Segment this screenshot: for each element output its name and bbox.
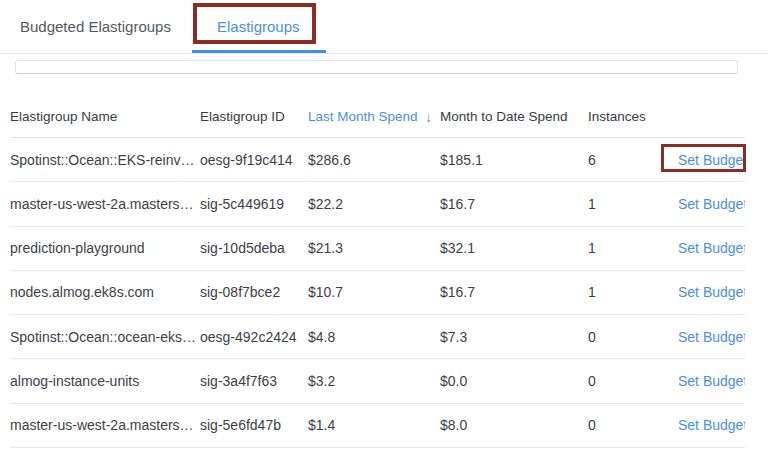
cell-month-to-date-spend: $185.1 (440, 152, 588, 168)
column-header-elastigroup-id[interactable]: Elastigroup ID (200, 109, 308, 124)
cell-last-month-spend: $4.8 (308, 329, 440, 345)
table-row: master-us-west-2a.masters… sig-5c449619 … (10, 182, 745, 226)
table-body: Spotinst::Ocean::EKS-reinv… oesg-9f19c41… (10, 138, 745, 448)
set-budget-link[interactable]: Set Budget (678, 152, 745, 168)
cell-elastigroup-name: almog-instance-units (10, 373, 200, 389)
table-row: Spotinst::Ocean::EKS-reinv… oesg-9f19c41… (10, 138, 745, 182)
cell-instances: 1 (588, 284, 678, 300)
cell-elastigroup-id: sig-10d5deba (200, 240, 308, 256)
tab-budgeted-elastigroups[interactable]: Budgeted Elastigroups (20, 0, 171, 54)
cell-instances: 0 (588, 329, 678, 345)
table-row: nodes.almog.ek8s.com sig-08f7bce2 $10.7 … (10, 271, 745, 315)
cell-month-to-date-spend: $7.3 (440, 329, 588, 345)
tab-elastigroups[interactable]: Elastigroups (217, 0, 300, 54)
active-tab-underline (192, 50, 326, 53)
cell-instances: 1 (588, 240, 678, 256)
column-header-last-month-spend[interactable]: Last Month Spend ↓ (308, 109, 440, 125)
cell-elastigroup-id: sig-08f7bce2 (200, 284, 308, 300)
elastigroups-budget-page: Budgeted Elastigroups Elastigroups Elast… (0, 0, 768, 457)
elastigroups-table: Elastigroup Name Elastigroup ID Last Mon… (10, 96, 745, 448)
cell-instances: 1 (588, 196, 678, 212)
cell-last-month-spend: $10.7 (308, 284, 440, 300)
table-row: master-us-west-2a.masters… sig-5e6fd47b … (10, 404, 745, 448)
cell-month-to-date-spend: $16.7 (440, 284, 588, 300)
cell-month-to-date-spend: $8.0 (440, 417, 588, 433)
cell-last-month-spend: $3.2 (308, 373, 440, 389)
cell-month-to-date-spend: $0.0 (440, 373, 588, 389)
cell-elastigroup-id: oesg-492c2424 (200, 329, 308, 345)
cell-elastigroup-name: Spotinst::Ocean::EKS-reinv… (10, 152, 200, 168)
set-budget-link[interactable]: Set Budget (678, 284, 745, 300)
set-budget-link[interactable]: Set Budget (678, 329, 745, 345)
set-budget-link[interactable]: Set Budget (678, 417, 745, 433)
cell-last-month-spend: $21.3 (308, 240, 440, 256)
column-header-elastigroup-name[interactable]: Elastigroup Name (10, 109, 200, 124)
cell-elastigroup-id: oesg-9f19c414 (200, 152, 308, 168)
set-budget-link[interactable]: Set Budget (678, 373, 745, 389)
cell-elastigroup-name: prediction-playground (10, 240, 200, 256)
cell-elastigroup-id: sig-3a4f7f63 (200, 373, 308, 389)
cell-last-month-spend: $286.6 (308, 152, 440, 168)
set-budget-link[interactable]: Set Budget (678, 240, 745, 256)
cell-elastigroup-name: master-us-west-2a.masters… (10, 417, 200, 433)
cell-elastigroup-id: sig-5c449619 (200, 196, 308, 212)
cell-last-month-spend: $22.2 (308, 196, 440, 212)
cell-month-to-date-spend: $16.7 (440, 196, 588, 212)
column-header-month-to-date-spend[interactable]: Month to Date Spend (440, 109, 588, 124)
tab-bar: Budgeted Elastigroups Elastigroups (0, 0, 768, 54)
cell-elastigroup-name: Spotinst::Ocean::ocean-eks… (10, 329, 200, 345)
cell-elastigroup-name: nodes.almog.ek8s.com (10, 284, 200, 300)
table-row: almog-instance-units sig-3a4f7f63 $3.2 $… (10, 359, 745, 403)
cell-instances: 6 (588, 152, 678, 168)
cell-instances: 0 (588, 417, 678, 433)
set-budget-link[interactable]: Set Budget (678, 196, 745, 212)
table-row: Spotinst::Ocean::ocean-eks… oesg-492c242… (10, 315, 745, 359)
cell-last-month-spend: $1.4 (308, 417, 440, 433)
sort-descending-icon[interactable]: ↓ (425, 109, 432, 125)
cell-instances: 0 (588, 373, 678, 389)
column-header-last-month-spend-label: Last Month Spend (308, 109, 418, 124)
cell-month-to-date-spend: $32.1 (440, 240, 588, 256)
table-row: prediction-playground sig-10d5deba $21.3… (10, 227, 745, 271)
filter-input[interactable] (15, 60, 738, 74)
cell-elastigroup-id: sig-5e6fd47b (200, 417, 308, 433)
cell-elastigroup-name: master-us-west-2a.masters… (10, 196, 200, 212)
table-header-row: Elastigroup Name Elastigroup ID Last Mon… (10, 96, 745, 138)
column-header-instances[interactable]: Instances (588, 109, 678, 124)
